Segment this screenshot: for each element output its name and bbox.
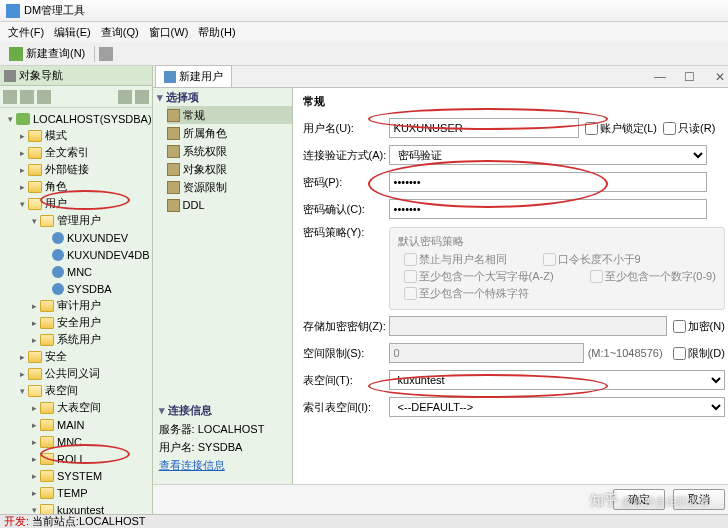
folder-icon	[40, 487, 54, 499]
folder-icon	[40, 334, 54, 346]
folder-icon	[40, 436, 54, 448]
tree-user[interactable]: MNC	[0, 263, 152, 280]
conn-header[interactable]: ▾连接信息	[159, 401, 286, 419]
tab-new-user[interactable]: 新建用户	[155, 65, 232, 87]
nav-icon	[4, 70, 16, 82]
options-header[interactable]: ▾选择项	[153, 88, 292, 106]
titlebar: DM管理工具	[0, 0, 728, 22]
main-area: 对象导航 ▾LOCALHOST(SYSDBA) ▸模式 ▸全文索引 ▸外部链接 …	[0, 66, 728, 514]
tree-item[interactable]: ▸SYSTEM	[0, 467, 152, 484]
opt-general[interactable]: 常规	[167, 106, 292, 124]
opt-syspriv[interactable]: 系统权限	[167, 142, 292, 160]
tablespace-select[interactable]: kuxuntest	[389, 370, 725, 390]
policy-default: 默认密码策略	[398, 234, 716, 249]
page-icon	[167, 199, 180, 212]
folder-icon	[40, 402, 54, 414]
opt-reslimit[interactable]: 资源限制	[167, 178, 292, 196]
tree-root[interactable]: ▾LOCALHOST(SYSDBA)	[0, 110, 152, 127]
tree-item[interactable]: ▸ROLL	[0, 450, 152, 467]
menu-edit[interactable]: 编辑(E)	[50, 23, 95, 42]
opt-objpriv[interactable]: 对象权限	[167, 160, 292, 178]
toolbar-icon[interactable]	[99, 47, 113, 61]
status-text: 当前站点:LOCALHOST	[32, 514, 146, 528]
menu-file[interactable]: 文件(F)	[4, 23, 48, 42]
separator	[94, 46, 95, 62]
tree-item[interactable]: ▸审计用户	[0, 297, 152, 314]
tree-item[interactable]: ▸安全	[0, 348, 152, 365]
page-icon	[167, 181, 180, 194]
tree-item[interactable]: ▸全文索引	[0, 144, 152, 161]
lock-label: 账户锁定(L)	[600, 121, 657, 136]
new-query-button[interactable]: 新建查询(N)	[4, 43, 90, 64]
menu-window[interactable]: 窗口(W)	[145, 23, 193, 42]
tree-item[interactable]: ▾表空间	[0, 382, 152, 399]
tool-icon[interactable]	[20, 90, 34, 104]
app-title: DM管理工具	[24, 3, 85, 18]
idxts-label: 索引表空间(I):	[303, 400, 389, 415]
tree-user[interactable]: KUXUNDEV	[0, 229, 152, 246]
options-panel: ▾选择项 常规 所属角色 系统权限 对象权限 资源限制 DDL ▾连接信息 服务…	[153, 88, 293, 484]
limit-checkbox[interactable]	[673, 347, 686, 360]
tree-item[interactable]: ▸公共同义词	[0, 365, 152, 382]
tree-item[interactable]: ▸安全用户	[0, 314, 152, 331]
right-area: 新建用户 — ☐ ✕ ▾选择项 常规 所属角色 系统权限 对象权限 资源限制 D…	[153, 66, 728, 514]
nav-header: 对象导航	[0, 66, 152, 86]
password-confirm-input[interactable]	[389, 199, 707, 219]
user-icon	[52, 232, 64, 244]
tree-item[interactable]: ▸系统用户	[0, 331, 152, 348]
tool-icon[interactable]	[3, 90, 17, 104]
tree-user[interactable]: SYSDBA	[0, 280, 152, 297]
user-icon	[164, 71, 176, 83]
tree-item[interactable]: ▾用户	[0, 195, 152, 212]
dialog-body: ▾选择项 常规 所属角色 系统权限 对象权限 资源限制 DDL ▾连接信息 服务…	[153, 88, 728, 484]
minimize-button[interactable]: —	[645, 67, 675, 87]
folder-icon	[40, 470, 54, 482]
limit-label: 限制(D)	[688, 346, 725, 361]
menu-query[interactable]: 查询(Q)	[97, 23, 143, 42]
policy-label: 密码策略(Y):	[303, 225, 389, 240]
space-unit: (M:1~1048576)	[588, 347, 663, 359]
server-value: LOCALHOST	[198, 423, 265, 435]
folder-icon	[28, 198, 42, 210]
tree-item[interactable]: ▸模式	[0, 127, 152, 144]
index-tablespace-select[interactable]: <--DEFAULT-->	[389, 397, 725, 417]
user-value: SYSDBA	[198, 441, 243, 453]
conn-info: ▾连接信息 服务器: LOCALHOST 用户名: SYSDBA 查看连接信息	[153, 397, 292, 484]
tool-icon[interactable]	[37, 90, 51, 104]
tree-item[interactable]: ▸角色	[0, 178, 152, 195]
object-tree[interactable]: ▾LOCALHOST(SYSDBA) ▸模式 ▸全文索引 ▸外部链接 ▸角色 ▾…	[0, 108, 152, 514]
lock-checkbox[interactable]	[585, 122, 598, 135]
encrypt-checkbox[interactable]	[673, 320, 686, 333]
folder-icon	[40, 504, 54, 515]
menu-help[interactable]: 帮助(H)	[194, 23, 239, 42]
maximize-button[interactable]: ☐	[675, 67, 705, 87]
server-label: 服务器:	[159, 423, 195, 435]
tree-item[interactable]: ▸外部链接	[0, 161, 152, 178]
tree-item[interactable]: ▸大表空间	[0, 399, 152, 416]
tool-icon[interactable]	[135, 90, 149, 104]
toolbar: 新建查询(N)	[0, 42, 728, 66]
opt-roles[interactable]: 所属角色	[167, 124, 292, 142]
readonly-checkbox[interactable]	[663, 122, 676, 135]
tree-item[interactable]: ▸TEMP	[0, 484, 152, 501]
statusbar: 开发: 当前站点:LOCALHOST	[0, 514, 728, 528]
tree-item[interactable]: ▾kuxuntest	[0, 501, 152, 514]
conn-link[interactable]: 查看连接信息	[159, 459, 225, 471]
auth-label: 连接验证方式(A):	[303, 148, 389, 163]
folder-icon	[40, 215, 54, 227]
page-icon	[167, 145, 180, 158]
tree-item[interactable]: ▸MAIN	[0, 416, 152, 433]
tool-icon[interactable]	[118, 90, 132, 104]
tree-user[interactable]: KUXUNDEV4DB	[0, 246, 152, 263]
p3-checkbox	[404, 270, 417, 283]
password-input[interactable]	[389, 172, 707, 192]
tree-item[interactable]: ▾管理用户	[0, 212, 152, 229]
opt-ddl[interactable]: DDL	[167, 196, 292, 214]
tree-item[interactable]: ▸MNC	[0, 433, 152, 450]
folder-icon	[28, 385, 42, 397]
auth-select[interactable]: 密码验证	[389, 145, 707, 165]
username-input[interactable]	[389, 118, 579, 138]
p5-checkbox	[404, 287, 417, 300]
user-label: 用户名:	[159, 441, 195, 453]
close-button[interactable]: ✕	[705, 67, 728, 87]
